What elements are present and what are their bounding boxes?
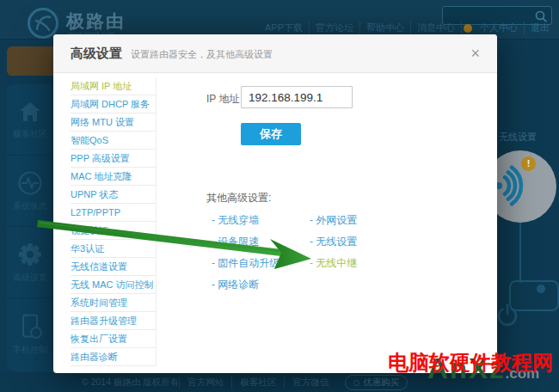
link-wan-settings[interactable]: - 外网设置 (310, 210, 357, 231)
pulse-icon (17, 170, 43, 196)
wifi-icon (492, 160, 544, 211)
footer-link-official-site[interactable]: 官方网站 (179, 377, 231, 389)
other-settings-column-1: - 无线穿墙 - 设备限速 - 固件自动升级 - 网络诊断 (212, 210, 280, 296)
sidebar-item-mobile[interactable]: 手机控制 (7, 298, 53, 370)
illustration-stem (519, 223, 521, 283)
menu-item-factory-reset[interactable]: 恢复出厂设置 (71, 330, 156, 348)
modal-header: 高级设置 设置路由器安全，及其他高级设置 × (53, 34, 497, 73)
gear-icon (17, 242, 43, 267)
buy-badge-label: 优惠购买 (363, 377, 399, 389)
menu-item-h3-auth[interactable]: 华3认证 (71, 240, 156, 258)
menu-item-dhcp[interactable]: 局域网 DHCP 服务 (71, 95, 156, 113)
sidebar-item-label: 手机控制 (13, 344, 47, 356)
menu-item-l2tp-pptp[interactable]: L2TP/PPTP (71, 204, 156, 222)
modal-subtitle: 设置路由器安全，及其他高级设置 (131, 46, 273, 61)
power-icon[interactable] (495, 303, 519, 328)
menu-item-ruijie-auth[interactable]: 锐捷认证 (71, 222, 156, 240)
other-settings-column-2: - 外网设置 - 无线设置 - 无线中继 (310, 210, 357, 274)
wireless-settings-label: 无线设置 (499, 131, 537, 144)
link-wireless-settings[interactable]: - 无线设置 (310, 231, 357, 253)
menu-item-system-time[interactable]: 系统时间管理 (71, 294, 156, 312)
menu-item-router-diagnostics[interactable]: 路由器诊断 (71, 348, 156, 366)
modal-menu: 局域网 IP 地址 局域网 DHCP 服务 网络 MTU 设置 智能QoS PP… (71, 77, 157, 366)
menu-item-ppp[interactable]: PPP 高级设置 (71, 150, 156, 168)
ip-address-label: IP 地址 (206, 92, 239, 107)
footer-link-wechat[interactable]: 官方微信 (284, 377, 336, 389)
notification-bar (7, 46, 53, 76)
sidebar-item-community[interactable]: 极客社区 (7, 84, 53, 156)
copyright-text: © 2014 极路由 版权所有 (82, 377, 179, 389)
menu-item-firmware-upgrade[interactable]: 路由器升级管理 (71, 312, 156, 330)
nav-logout[interactable]: 退出 (525, 21, 556, 34)
sidebar-item-label: 极客社区 (13, 128, 47, 140)
close-icon[interactable]: × (470, 46, 480, 61)
sidebar-item-status[interactable]: 系统状态 (7, 156, 53, 227)
nav-forum[interactable]: 官方论坛 (310, 21, 360, 34)
modal-title: 高级设置 (71, 46, 122, 62)
badge-dot-icon (353, 380, 359, 386)
notification-badge-icon (464, 24, 472, 33)
sidebar: 极客社区 系统状态 高级设置 (7, 84, 53, 371)
nav-help[interactable]: 帮助中心 (360, 21, 411, 34)
buy-badge[interactable]: 优惠购买 (345, 375, 408, 390)
footer-link-community[interactable]: 极客社区 (231, 377, 284, 389)
nav-messages[interactable]: 消息中心 (411, 21, 462, 34)
alert-badge: ! (521, 156, 536, 171)
link-network-diagnostics[interactable]: - 网络诊断 (212, 274, 280, 296)
menu-item-wireless-channel[interactable]: 无线信道设置 (71, 258, 156, 276)
home-icon (17, 100, 43, 124)
link-firmware-auto-upgrade[interactable]: - 固件自动升级 (212, 253, 280, 274)
sidebar-item-advanced[interactable]: 高级设置 (7, 227, 53, 298)
link-wireless-relay[interactable]: - 无线中继 (310, 253, 357, 274)
top-nav: APP下载 官方论坛 帮助中心 消息中心 个人中心 退出 (259, 21, 556, 34)
nav-app-download[interactable]: APP下载 (259, 21, 310, 34)
link-device-speed-limit[interactable]: - 设备限速 (212, 231, 280, 253)
menu-item-qos[interactable]: 智能QoS (71, 132, 156, 150)
sidebar-item-label: 高级设置 (13, 272, 47, 284)
menu-item-upnp[interactable]: UPNP 状态 (71, 186, 156, 204)
menu-item-mtu[interactable]: 网络 MTU 设置 (71, 113, 156, 132)
ip-address-input[interactable] (241, 86, 353, 108)
nav-account[interactable]: 个人中心 (474, 21, 525, 34)
advanced-settings-modal: 高级设置 设置路由器安全，及其他高级设置 × 局域网 IP 地址 局域网 DHC… (53, 34, 497, 373)
menu-item-mac-clone[interactable]: MAC 地址克隆 (71, 168, 156, 186)
sidebar-item-label: 系统状态 (13, 200, 47, 212)
page: 极路由 www.hiwifi.com APP下载 官方论坛 帮助中心 消息中心 … (0, 0, 559, 392)
menu-item-lan-ip[interactable]: 局域网 IP 地址 (71, 77, 156, 95)
router-knob-icon (537, 285, 545, 293)
menu-item-wireless-mac-acl[interactable]: 无线 MAC 访问控制 (71, 276, 156, 294)
save-button[interactable]: 保存 (241, 123, 301, 145)
phone-icon (17, 313, 43, 340)
watermark-site-name: 电脑软硬件教程网 (388, 349, 553, 377)
other-settings-heading: 其他高级设置: (206, 191, 271, 205)
link-wireless-wall-penetration[interactable]: - 无线穿墙 (212, 210, 280, 231)
